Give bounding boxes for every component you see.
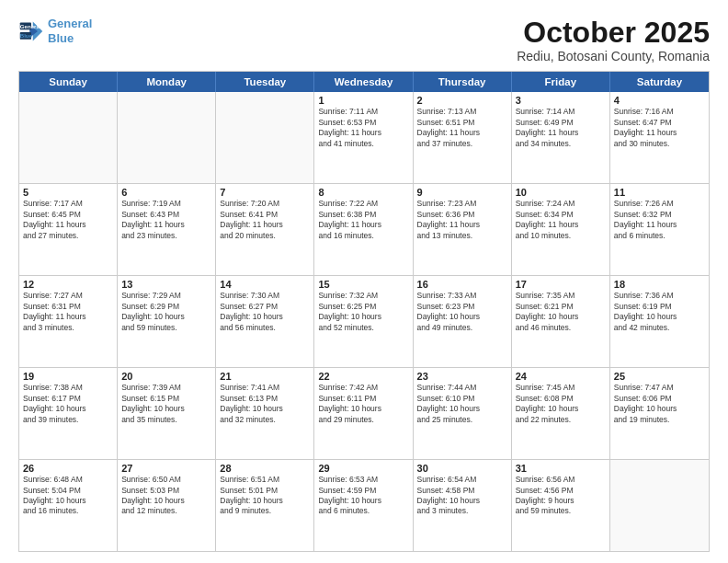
svg-text:Blue: Blue (20, 32, 33, 39)
day-number: 16 (417, 279, 507, 290)
day-number: 9 (417, 187, 507, 198)
day-number: 1 (318, 95, 408, 106)
day-info: Sunrise: 6:56 AM Sunset: 4:56 PM Dayligh… (516, 475, 606, 517)
day-number: 11 (614, 187, 705, 198)
calendar-cell: 27Sunrise: 6:50 AM Sunset: 5:03 PM Dayli… (118, 460, 216, 551)
weekday-header-friday: Friday (512, 72, 610, 92)
calendar-cell: 6Sunrise: 7:19 AM Sunset: 6:43 PM Daylig… (118, 184, 216, 275)
calendar-cell: 21Sunrise: 7:41 AM Sunset: 6:13 PM Dayli… (216, 368, 314, 459)
calendar-row-1: 1Sunrise: 7:11 AM Sunset: 6:53 PM Daylig… (19, 92, 709, 183)
weekday-header-wednesday: Wednesday (314, 72, 413, 92)
day-number: 29 (318, 463, 408, 474)
calendar-cell: 16Sunrise: 7:33 AM Sunset: 6:23 PM Dayli… (414, 276, 512, 367)
day-info: Sunrise: 7:19 AM Sunset: 6:43 PM Dayligh… (121, 199, 211, 241)
day-number: 13 (121, 279, 211, 290)
day-info: Sunrise: 7:42 AM Sunset: 6:11 PM Dayligh… (318, 383, 408, 425)
calendar-cell: 31Sunrise: 6:56 AM Sunset: 4:56 PM Dayli… (512, 460, 610, 551)
day-info: Sunrise: 7:41 AM Sunset: 6:13 PM Dayligh… (220, 383, 310, 425)
calendar-cell: 5Sunrise: 7:17 AM Sunset: 6:45 PM Daylig… (19, 184, 118, 275)
day-info: Sunrise: 7:36 AM Sunset: 6:19 PM Dayligh… (614, 291, 705, 333)
calendar-cell: 10Sunrise: 7:24 AM Sunset: 6:34 PM Dayli… (512, 184, 610, 275)
day-info: Sunrise: 7:11 AM Sunset: 6:53 PM Dayligh… (318, 107, 408, 149)
day-number: 21 (220, 371, 310, 382)
day-number: 30 (417, 463, 507, 474)
day-number: 7 (220, 187, 310, 198)
calendar-row-5: 26Sunrise: 6:48 AM Sunset: 5:04 PM Dayli… (19, 459, 709, 551)
month-title: October 2025 (517, 17, 710, 49)
day-info: Sunrise: 7:16 AM Sunset: 6:47 PM Dayligh… (614, 107, 705, 149)
calendar-cell: 29Sunrise: 6:53 AM Sunset: 4:59 PM Dayli… (314, 460, 413, 551)
calendar-cell (610, 460, 709, 551)
calendar: SundayMondayTuesdayWednesdayThursdayFrid… (18, 71, 710, 552)
day-info: Sunrise: 7:35 AM Sunset: 6:21 PM Dayligh… (516, 291, 606, 333)
calendar-cell: 4Sunrise: 7:16 AM Sunset: 6:47 PM Daylig… (610, 92, 709, 183)
weekday-header-thursday: Thursday (414, 72, 512, 92)
day-info: Sunrise: 6:54 AM Sunset: 4:58 PM Dayligh… (417, 475, 507, 517)
weekday-header-monday: Monday (118, 72, 216, 92)
day-number: 15 (318, 279, 408, 290)
calendar-cell: 7Sunrise: 7:20 AM Sunset: 6:41 PM Daylig… (216, 184, 314, 275)
day-number: 6 (121, 187, 211, 198)
calendar-cell: 13Sunrise: 7:29 AM Sunset: 6:29 PM Dayli… (118, 276, 216, 367)
calendar-cell: 11Sunrise: 7:26 AM Sunset: 6:32 PM Dayli… (610, 184, 709, 275)
calendar-cell (19, 92, 118, 183)
day-number: 3 (516, 95, 606, 106)
day-number: 17 (516, 279, 606, 290)
calendar-cell: 23Sunrise: 7:44 AM Sunset: 6:10 PM Dayli… (414, 368, 512, 459)
calendar-cell: 14Sunrise: 7:30 AM Sunset: 6:27 PM Dayli… (216, 276, 314, 367)
day-info: Sunrise: 6:51 AM Sunset: 5:01 PM Dayligh… (220, 475, 310, 517)
day-info: Sunrise: 7:14 AM Sunset: 6:49 PM Dayligh… (516, 107, 606, 149)
calendar-cell: 3Sunrise: 7:14 AM Sunset: 6:49 PM Daylig… (512, 92, 610, 183)
day-number: 19 (23, 371, 113, 382)
calendar-cell: 24Sunrise: 7:45 AM Sunset: 6:08 PM Dayli… (512, 368, 610, 459)
calendar-cell: 15Sunrise: 7:32 AM Sunset: 6:25 PM Dayli… (314, 276, 413, 367)
calendar-row-3: 12Sunrise: 7:27 AM Sunset: 6:31 PM Dayli… (19, 275, 709, 367)
day-info: Sunrise: 7:17 AM Sunset: 6:45 PM Dayligh… (23, 199, 113, 241)
calendar-cell: 9Sunrise: 7:23 AM Sunset: 6:36 PM Daylig… (414, 184, 512, 275)
calendar-cell (216, 92, 314, 183)
calendar-cell: 18Sunrise: 7:36 AM Sunset: 6:19 PM Dayli… (610, 276, 709, 367)
weekday-header-tuesday: Tuesday (216, 72, 314, 92)
day-info: Sunrise: 7:20 AM Sunset: 6:41 PM Dayligh… (220, 199, 310, 241)
day-info: Sunrise: 7:39 AM Sunset: 6:15 PM Dayligh… (121, 383, 211, 425)
calendar-row-4: 19Sunrise: 7:38 AM Sunset: 6:17 PM Dayli… (19, 367, 709, 459)
location-subtitle: Rediu, Botosani County, Romania (517, 49, 710, 63)
day-info: Sunrise: 6:50 AM Sunset: 5:03 PM Dayligh… (121, 475, 211, 517)
day-info: Sunrise: 7:33 AM Sunset: 6:23 PM Dayligh… (417, 291, 507, 333)
day-number: 27 (121, 463, 211, 474)
calendar-body: 1Sunrise: 7:11 AM Sunset: 6:53 PM Daylig… (19, 92, 709, 551)
day-number: 4 (614, 95, 705, 106)
day-number: 2 (417, 95, 507, 106)
day-number: 8 (318, 187, 408, 198)
calendar-cell: 26Sunrise: 6:48 AM Sunset: 5:04 PM Dayli… (19, 460, 118, 551)
weekday-header-sunday: Sunday (19, 72, 118, 92)
day-info: Sunrise: 7:13 AM Sunset: 6:51 PM Dayligh… (417, 107, 507, 149)
calendar-cell: 25Sunrise: 7:47 AM Sunset: 6:06 PM Dayli… (610, 368, 709, 459)
day-number: 12 (23, 279, 113, 290)
day-number: 14 (220, 279, 310, 290)
calendar-cell: 2Sunrise: 7:13 AM Sunset: 6:51 PM Daylig… (414, 92, 512, 183)
day-info: Sunrise: 7:22 AM Sunset: 6:38 PM Dayligh… (318, 199, 408, 241)
title-block: October 2025 Rediu, Botosani County, Rom… (517, 17, 710, 63)
header: General Blue GeneralBlue October 2025 Re… (18, 17, 710, 63)
day-number: 5 (23, 187, 113, 198)
day-number: 28 (220, 463, 310, 474)
day-number: 22 (318, 371, 408, 382)
calendar-cell: 30Sunrise: 6:54 AM Sunset: 4:58 PM Dayli… (414, 460, 512, 551)
day-number: 26 (23, 463, 113, 474)
day-info: Sunrise: 7:27 AM Sunset: 6:31 PM Dayligh… (23, 291, 113, 333)
day-info: Sunrise: 7:29 AM Sunset: 6:29 PM Dayligh… (121, 291, 211, 333)
logo: General Blue GeneralBlue (18, 17, 92, 45)
svg-text:General: General (20, 23, 41, 29)
day-info: Sunrise: 7:44 AM Sunset: 6:10 PM Dayligh… (417, 383, 507, 425)
day-info: Sunrise: 7:24 AM Sunset: 6:34 PM Dayligh… (516, 199, 606, 241)
day-info: Sunrise: 6:53 AM Sunset: 4:59 PM Dayligh… (318, 475, 408, 517)
day-info: Sunrise: 7:26 AM Sunset: 6:32 PM Dayligh… (614, 199, 705, 241)
day-info: Sunrise: 7:32 AM Sunset: 6:25 PM Dayligh… (318, 291, 408, 333)
calendar-cell (118, 92, 216, 183)
day-info: Sunrise: 7:23 AM Sunset: 6:36 PM Dayligh… (417, 199, 507, 241)
calendar-cell: 17Sunrise: 7:35 AM Sunset: 6:21 PM Dayli… (512, 276, 610, 367)
calendar-cell: 1Sunrise: 7:11 AM Sunset: 6:53 PM Daylig… (314, 92, 413, 183)
calendar-cell: 28Sunrise: 6:51 AM Sunset: 5:01 PM Dayli… (216, 460, 314, 551)
logo-icon: General Blue (18, 18, 44, 44)
